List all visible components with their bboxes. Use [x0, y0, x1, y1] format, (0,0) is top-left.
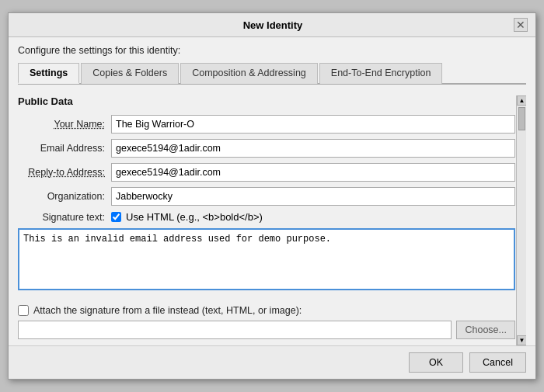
scroll-up-arrow[interactable]: ▲	[517, 95, 526, 106]
new-identity-dialog: New Identity ✕ Configure the settings fo…	[8, 12, 536, 380]
scroll-down-arrow[interactable]: ▼	[517, 335, 526, 345]
your-name-input[interactable]	[111, 115, 515, 134]
organization-group: Organization:	[18, 187, 515, 206]
choose-button[interactable]: Choose...	[456, 321, 515, 339]
your-name-label: Your Name:	[18, 119, 111, 130]
organization-label: Organization:	[18, 191, 111, 202]
signature-textarea-wrapper: This is an invalid email address used fo…	[18, 228, 515, 299]
dialog-footer: OK Cancel	[9, 345, 535, 379]
dialog-body: Configure the settings for this identity…	[9, 37, 535, 345]
tab-copies-folders[interactable]: Copies & Folders	[81, 63, 179, 84]
content-area: Public Data Your Name: Email Address: Re…	[18, 95, 526, 345]
use-html-wrapper: Use HTML (e.g., <b>bold</b>)	[111, 211, 263, 223]
signature-text-group: Signature text: Use HTML (e.g., <b>bold<…	[18, 211, 515, 223]
attach-file-input[interactable]	[18, 321, 452, 339]
signature-text-label: Signature text:	[18, 212, 111, 223]
email-address-label: Email Address:	[18, 143, 111, 154]
reply-to-input[interactable]	[111, 163, 515, 182]
tab-composition-addressing[interactable]: Composition & Addressing	[180, 63, 318, 84]
email-address-group: Email Address:	[18, 139, 515, 158]
reply-to-group: Reply-to Address:	[18, 163, 515, 182]
use-html-checkbox[interactable]	[111, 212, 121, 222]
your-name-group: Your Name:	[18, 115, 515, 134]
dialog-title: New Identity	[32, 19, 514, 31]
attach-signature-row: Attach the signature from a file instead…	[18, 305, 515, 316]
reply-to-label: Reply-to Address:	[18, 167, 111, 178]
configure-text: Configure the settings for this identity…	[18, 45, 526, 56]
scroll-thumb[interactable]	[518, 107, 525, 130]
section-title: Public Data	[18, 95, 515, 107]
organization-input[interactable]	[111, 187, 515, 206]
scrollbar: ▲ ▼	[516, 95, 526, 345]
cancel-button[interactable]: Cancel	[469, 352, 526, 373]
ok-button[interactable]: OK	[409, 352, 463, 373]
use-html-label[interactable]: Use HTML (e.g., <b>bold</b>)	[126, 211, 263, 223]
tab-bar: Settings Copies & Folders Composition & …	[18, 62, 526, 85]
tab-settings[interactable]: Settings	[18, 63, 79, 84]
tab-end-to-end[interactable]: End-To-End Encryption	[319, 63, 443, 84]
attach-checkbox[interactable]	[18, 305, 29, 316]
attach-file-row: Choose...	[18, 321, 515, 339]
close-button[interactable]: ✕	[514, 18, 528, 32]
title-bar: New Identity ✕	[9, 13, 535, 37]
main-content: Public Data Your Name: Email Address: Re…	[18, 95, 526, 339]
email-address-input[interactable]	[111, 139, 515, 158]
attach-signature-label[interactable]: Attach the signature from a file instead…	[33, 305, 302, 316]
signature-textarea[interactable]: This is an invalid email address used fo…	[18, 228, 515, 290]
